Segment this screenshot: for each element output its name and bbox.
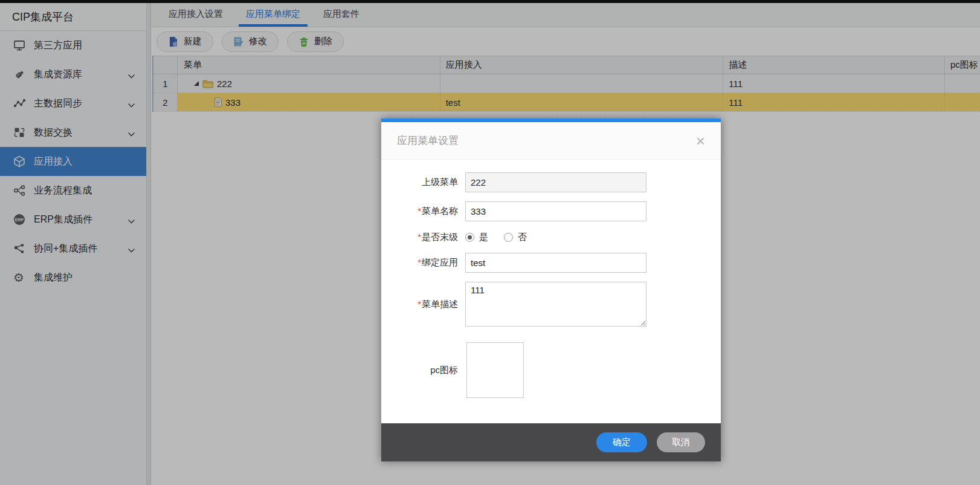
dialog-header: 应用菜单设置 × [381,122,721,160]
form-row-bound-app: *绑定应用 [381,253,721,273]
menu-description-label: *菜单描述 [381,299,458,310]
parent-menu-field[interactable] [465,172,646,192]
form-row-pc-icon: pc图标 [381,342,721,398]
pc-icon-label: pc图标 [381,365,458,376]
menu-description-field[interactable]: 111 [465,282,646,327]
ok-button[interactable]: 确定 [596,432,647,452]
is-leaf-radio-group: 是 否 [465,230,527,244]
pc-icon-upload-box[interactable] [466,342,524,398]
parent-menu-label: 上级菜单 [381,177,458,188]
form-row-parent-menu: 上级菜单 [381,172,721,192]
radio-unselected-icon [504,233,513,242]
radio-yes[interactable]: 是 [465,232,488,243]
radio-selected-icon [465,233,474,242]
dialog-title: 应用菜单设置 [397,134,696,148]
screen: CIP集成平台 第三方应用 集成资源库 主数据同步 [0,0,980,485]
bound-app-label: *绑定应用 [381,257,458,269]
cancel-button[interactable]: 取消 [657,432,705,452]
form-row-menu-description: *菜单描述 111 [381,282,721,327]
radio-no[interactable]: 否 [504,232,527,243]
menu-name-field[interactable] [465,201,646,221]
menu-name-label: *菜单名称 [381,206,458,217]
dialog-body: 上级菜单 *菜单名称 *是否末级 是 否 [381,160,721,398]
close-icon[interactable]: × [696,133,705,149]
form-row-menu-name: *菜单名称 [381,201,721,221]
bound-app-field[interactable] [465,253,646,273]
app-menu-settings-dialog: 应用菜单设置 × 上级菜单 *菜单名称 *是否末级 是 [381,119,721,461]
dialog-footer: 确定 取消 [381,423,721,461]
form-row-is-leaf: *是否末级 是 否 [381,230,721,244]
is-leaf-label: *是否末级 [381,232,458,243]
